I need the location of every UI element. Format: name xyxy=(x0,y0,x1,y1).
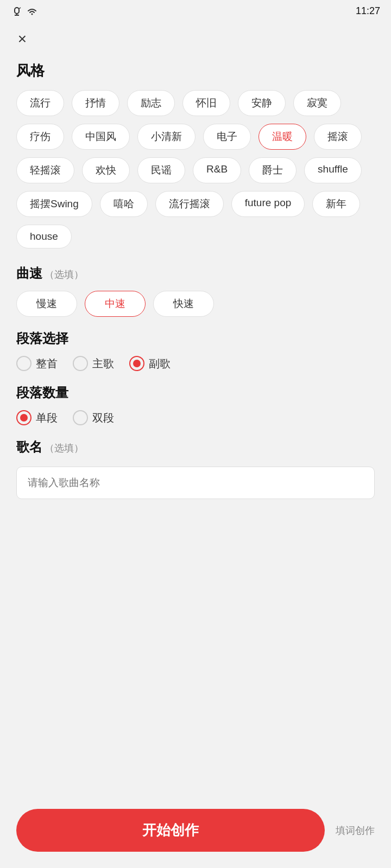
style-tag-rnb[interactable]: R&B xyxy=(193,157,241,183)
style-tag-huankuai[interactable]: 欢快 xyxy=(82,157,130,183)
start-create-button[interactable]: 开始创作 xyxy=(16,809,325,852)
style-tag-jueshi[interactable]: 爵士 xyxy=(249,157,297,183)
tempo-title: 曲速（选填） xyxy=(16,265,375,282)
close-button[interactable]: × xyxy=(9,25,36,53)
style-tag-shuffle[interactable]: shuffle xyxy=(304,157,362,183)
style-tag-jimo[interactable]: 寂寞 xyxy=(293,90,341,116)
tempo-section: 曲速（选填） 慢速中速快速 xyxy=(16,265,375,317)
tempo-btn-medium[interactable]: 中速 xyxy=(85,291,146,317)
count-radio-single[interactable]: 单段 xyxy=(16,410,58,425)
radio-circle-count-single xyxy=(16,410,31,425)
style-section: 风格 流行抒情励志怀旧安静寂寞疗伤中国风小清新电子温暖摇滚轻摇滚欢快民谣R&B爵… xyxy=(16,61,375,248)
wifi-icon xyxy=(26,7,38,16)
radio-circle-whole xyxy=(16,356,31,371)
paragraph-radio-whole[interactable]: 整首 xyxy=(16,356,58,371)
style-tag-lizhi[interactable]: 励志 xyxy=(127,90,175,116)
style-tag-qingyaoguna[interactable]: 轻摇滚 xyxy=(16,157,74,183)
paragraph-radio-verse[interactable]: 主歌 xyxy=(73,356,114,371)
tempo-options: 慢速中速快速 xyxy=(16,291,375,317)
lyrics-create-button[interactable]: 填词创作 xyxy=(336,824,375,837)
svg-line-3 xyxy=(19,8,21,9)
style-tag-liuxingyaoguna[interactable]: 流行摇滚 xyxy=(155,191,224,217)
count-section: 段落数量 单段 双段 xyxy=(16,384,375,425)
radio-label-chorus: 副歌 xyxy=(149,356,171,371)
style-title: 风格 xyxy=(16,61,375,80)
style-tag-naha[interactable]: 嘻哈 xyxy=(100,191,148,217)
status-bar: 11:27 xyxy=(0,0,391,20)
style-tag-xinnian[interactable]: 新年 xyxy=(312,191,360,217)
style-tag-liuxing[interactable]: 流行 xyxy=(16,90,64,116)
paragraph-radio-chorus[interactable]: 副歌 xyxy=(129,356,171,371)
style-tag-wennuan[interactable]: 温暖 xyxy=(258,124,306,150)
radio-circle-count-double xyxy=(73,410,88,425)
style-tag-house[interactable]: house xyxy=(16,225,72,248)
main-content: 风格 流行抒情励志怀旧安静寂寞疗伤中国风小清新电子温暖摇滚轻摇滚欢快民谣R&B爵… xyxy=(0,56,391,577)
count-radio-double[interactable]: 双段 xyxy=(73,410,114,425)
tempo-btn-fast[interactable]: 快速 xyxy=(153,291,214,317)
song-name-input[interactable] xyxy=(16,467,375,499)
style-tag-shuqing[interactable]: 抒情 xyxy=(72,90,119,116)
style-tag-yaogun[interactable]: 摇滚 xyxy=(314,124,362,150)
song-name-title: 歌名（选填） xyxy=(16,438,375,456)
radio-label-verse: 主歌 xyxy=(92,356,114,371)
style-tag-xiaoqingxin[interactable]: 小清新 xyxy=(137,124,195,150)
style-tag-yaobaiswing[interactable]: 摇摆Swing xyxy=(16,191,92,217)
song-name-section: 歌名（选填） xyxy=(16,438,375,499)
count-options: 单段 双段 xyxy=(16,410,375,425)
notification-icon xyxy=(11,7,23,16)
tempo-btn-slow[interactable]: 慢速 xyxy=(16,291,77,317)
style-tag-minyao[interactable]: 民谣 xyxy=(137,157,185,183)
paragraph-options: 整首 主歌 副歌 xyxy=(16,356,375,371)
count-title: 段落数量 xyxy=(16,384,375,401)
radio-circle-chorus xyxy=(129,356,144,371)
style-tag-dianzi[interactable]: 电子 xyxy=(203,124,251,150)
status-time: 11:27 xyxy=(356,5,380,17)
svg-rect-0 xyxy=(15,8,19,14)
bottom-area: 开始创作 填词创作 xyxy=(0,800,391,868)
paragraph-section: 段落选择 整首 主歌 副歌 xyxy=(16,330,375,371)
status-icons xyxy=(11,7,38,16)
style-tag-zhongguofeng[interactable]: 中国风 xyxy=(72,124,130,150)
style-tag-futurepop[interactable]: future pop xyxy=(231,191,305,217)
radio-label-count-single: 单段 xyxy=(36,411,58,425)
svg-point-4 xyxy=(31,13,33,15)
style-tag-huaijiu[interactable]: 怀旧 xyxy=(182,90,230,116)
style-tag-qishang[interactable]: 疗伤 xyxy=(16,124,64,150)
paragraph-title: 段落选择 xyxy=(16,330,375,347)
style-tags-grid: 流行抒情励志怀旧安静寂寞疗伤中国风小清新电子温暖摇滚轻摇滚欢快民谣R&B爵士sh… xyxy=(16,90,375,248)
radio-circle-verse xyxy=(73,356,88,371)
radio-label-count-double: 双段 xyxy=(92,411,114,425)
style-tag-anjing[interactable]: 安静 xyxy=(238,90,286,116)
radio-label-whole: 整首 xyxy=(36,356,58,371)
